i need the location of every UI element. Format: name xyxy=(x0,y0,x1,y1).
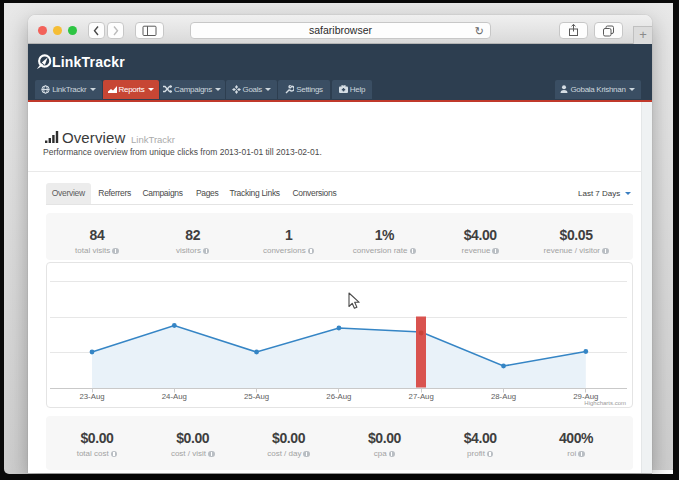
svg-text:24-Aug: 24-Aug xyxy=(162,392,187,401)
svg-text:23-Aug: 23-Aug xyxy=(79,392,104,401)
svg-text:Highcharts.com: Highcharts.com xyxy=(584,400,626,406)
svg-text:27-Aug: 27-Aug xyxy=(409,392,434,401)
svg-text:26-Aug: 26-Aug xyxy=(326,392,351,401)
svg-text:25-Aug: 25-Aug xyxy=(244,392,269,401)
svg-text:28-Aug: 28-Aug xyxy=(491,392,516,401)
